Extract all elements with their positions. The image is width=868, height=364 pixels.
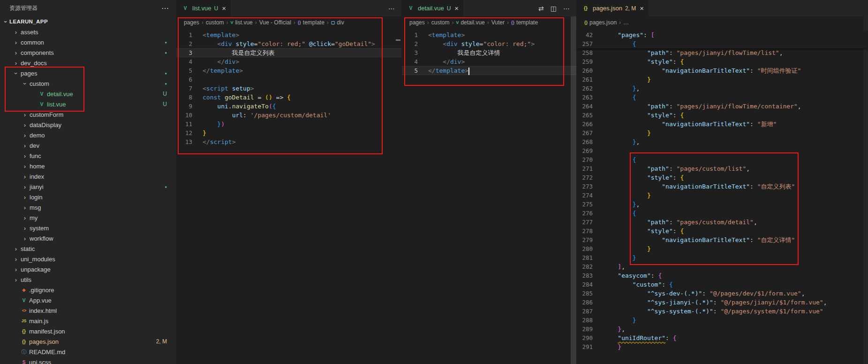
tree-item-pages[interactable]: ›pages●	[0, 68, 176, 78]
breadcrumb-item[interactable]: custom	[431, 19, 450, 26]
line-number[interactable]: 258	[577, 48, 603, 57]
line-number[interactable]: 282	[577, 262, 603, 271]
code-line-278[interactable]: 278 "style": {	[577, 227, 868, 235]
line-number[interactable]: 8	[176, 93, 203, 102]
code-line-274[interactable]: 274 }	[577, 191, 868, 200]
tree-item-utils[interactable]: ›utils	[0, 274, 176, 285]
code-line-11[interactable]: 11 })	[176, 120, 401, 129]
breadcrumb-item[interactable]: {}template	[298, 19, 325, 26]
code-line-2[interactable]: 2 <div style="color: red;">	[402, 39, 576, 48]
line-number[interactable]: 269	[577, 146, 603, 155]
line-number[interactable]: 260	[577, 66, 603, 75]
tree-item-demo[interactable]: ›demo	[0, 130, 176, 140]
tree-item-jianyi[interactable]: ›jianyi●	[0, 182, 176, 192]
code-line-265[interactable]: 265 "style": {	[577, 111, 868, 120]
code-line-260[interactable]: 260 "navigationBarTitleText": "时间组件验证"	[577, 66, 868, 75]
line-number[interactable]: 290	[577, 334, 603, 342]
line-number[interactable]: 278	[577, 227, 603, 235]
line-number[interactable]: 265	[577, 111, 603, 120]
code-line-6[interactable]: 6	[176, 75, 401, 84]
tree-item-uni_modules[interactable]: ›uni_modules	[0, 254, 176, 264]
close-icon[interactable]: ×	[222, 4, 226, 12]
line-number[interactable]: 284	[577, 280, 603, 289]
code-editor[interactable]: 1<template>2 <div style="color: red;" @c…	[176, 29, 401, 146]
code-line-7[interactable]: 7<script setup>	[176, 84, 401, 93]
more-icon[interactable]: ⋯	[563, 5, 570, 12]
code-line-13[interactable]: 13</script>	[176, 137, 401, 146]
line-number[interactable]: 261	[577, 75, 603, 84]
line-number[interactable]: 266	[577, 120, 603, 129]
tab-pages.json[interactable]: {}pages.json2, M×	[577, 0, 649, 16]
tab-list.vue[interactable]: Vlist.vueU×	[176, 0, 231, 16]
code-line-275[interactable]: 275 },	[577, 200, 868, 209]
code-line-284[interactable]: 284 "custom": {	[577, 280, 868, 289]
line-number[interactable]: 5	[402, 66, 428, 75]
line-number[interactable]: 2	[176, 39, 203, 48]
line-number[interactable]: 280	[577, 244, 603, 253]
line-number[interactable]: 267	[577, 129, 603, 137]
tree-item-unpackage[interactable]: ›unpackage	[0, 264, 176, 274]
line-number[interactable]: 286	[577, 298, 603, 307]
tree-item-func[interactable]: ›func	[0, 151, 176, 161]
code-line-285[interactable]: 285 "^sys-dev-(.*)": "@/pages/dev/$1/for…	[577, 289, 868, 298]
line-number[interactable]: 272	[577, 173, 603, 182]
breadcrumb-item[interactable]: Vuter	[491, 19, 505, 26]
line-number[interactable]: 285	[577, 289, 603, 298]
split-icon[interactable]: ◫	[551, 5, 557, 12]
line-number[interactable]: 259	[577, 57, 603, 66]
code-line-1[interactable]: 1<template>	[402, 30, 576, 39]
line-number[interactable]: 281	[577, 253, 603, 262]
code-line-281[interactable]: 281 }	[577, 253, 868, 262]
line-number[interactable]: 271	[577, 164, 603, 173]
tree-item-index[interactable]: ›index	[0, 171, 176, 182]
tree-item-system[interactable]: ›system	[0, 223, 176, 233]
line-number[interactable]: 9	[176, 102, 203, 111]
code-line-257[interactable]: 257 {	[577, 39, 868, 48]
code-line-5[interactable]: 5</template>	[176, 66, 401, 75]
code-line-42[interactable]: 42 "pages": [	[577, 30, 868, 39]
tree-item-index.html[interactable]: <>index.html	[0, 305, 176, 316]
code-line-282[interactable]: 282 ],	[577, 262, 868, 271]
code-line-270[interactable]: 270 {	[577, 155, 868, 164]
line-number[interactable]: 2	[402, 39, 428, 48]
tree-item-dataDisplay[interactable]: ›dataDisplay	[0, 120, 176, 130]
line-number[interactable]: 257	[577, 39, 603, 48]
code-line-269[interactable]: 269	[577, 146, 868, 155]
tree-item-detail.vue[interactable]: Vdetail.vueU	[0, 89, 176, 99]
breadcrumb-item[interactable]: pages	[409, 19, 425, 26]
code-line-4[interactable]: 4 </div>	[176, 57, 401, 66]
line-number[interactable]: 10	[176, 111, 203, 120]
line-number[interactable]: 42	[577, 30, 603, 39]
tree-item-my[interactable]: ›my	[0, 212, 176, 223]
code-line-277[interactable]: 277 "path": "pages/custom/detail",	[577, 218, 868, 227]
tree-item-manifest.json[interactable]: {}manifest.json	[0, 326, 176, 336]
scrollbar[interactable]	[863, 16, 868, 364]
tab-detail.vue[interactable]: Vdetail.vueU×	[402, 0, 464, 16]
more-icon[interactable]: ⋯	[388, 5, 395, 12]
line-number[interactable]: 7	[176, 84, 203, 93]
code-line-280[interactable]: 280 }	[577, 244, 868, 253]
line-number[interactable]: 289	[577, 325, 603, 334]
compare-icon[interactable]: ⇄	[538, 5, 544, 12]
code-line-2[interactable]: 2 <div style="color: red;" @click="goDet…	[176, 39, 401, 48]
breadcrumb-item[interactable]: custom	[206, 19, 224, 26]
breadcrumb-item[interactable]: Vue - Official	[259, 19, 291, 26]
code-line-258[interactable]: 258 "path": "pages/jianyi/flowTime/list"…	[577, 48, 868, 57]
line-number[interactable]: 273	[577, 182, 603, 191]
line-number[interactable]: 277	[577, 218, 603, 227]
code-line-263[interactable]: 263 {	[577, 93, 868, 102]
code-line-289[interactable]: 289 },	[577, 325, 868, 334]
tree-item-workflow[interactable]: ›workflow	[0, 233, 176, 243]
line-number[interactable]: 3	[176, 48, 203, 57]
line-number[interactable]: 268	[577, 137, 603, 146]
code-line-259[interactable]: 259 "style": {	[577, 57, 868, 66]
code-line-1[interactable]: 1<template>	[176, 30, 401, 39]
scrollbar[interactable]	[571, 16, 576, 364]
line-number[interactable]: 1	[176, 30, 203, 39]
tree-item-custom[interactable]: ›custom●	[0, 78, 176, 89]
line-number[interactable]: 3	[402, 48, 428, 57]
line-number[interactable]: 291	[577, 342, 603, 351]
code-line-287[interactable]: 287 "^sys-system-(.*)": "@/pages/system/…	[577, 307, 868, 316]
code-line-273[interactable]: 273 "navigationBarTitleText": "自定义列表"	[577, 182, 868, 191]
code-line-286[interactable]: 286 "^sys-jianyi-(.*)": "@/pages/jianyi/…	[577, 298, 868, 307]
